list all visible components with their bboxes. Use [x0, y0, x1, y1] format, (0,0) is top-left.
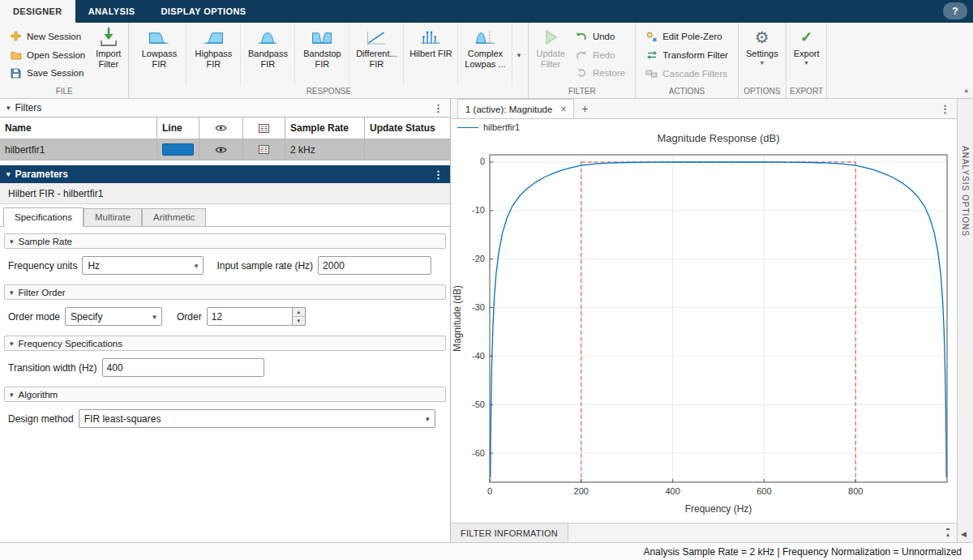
response-label-line1: Bandstop	[303, 49, 341, 58]
parameters-tab-bar: Specifications Multirate Arithmetic	[0, 204, 450, 227]
order-mode-dropdown[interactable]: Specify ▾	[65, 307, 162, 326]
cascade-blocks-icon	[645, 69, 658, 79]
response-label-line2: FIR	[315, 59, 330, 69]
parameters-panel-header[interactable]: ▾ Parameters ⋮	[0, 165, 450, 183]
svg-text:400: 400	[665, 486, 679, 496]
analysis-plot-panel: 1 (active): Magnitude × + ⋮ 020040060080…	[451, 99, 957, 542]
tab-analysis[interactable]: ANALYSIS	[75, 0, 148, 23]
column-header-visibility[interactable]	[199, 118, 243, 139]
new-session-button[interactable]: New Session	[6, 30, 88, 42]
response-bandpass-fir-button[interactable]: BandpassFIR	[241, 24, 295, 86]
spinner-up-icon[interactable]: ▴	[293, 308, 305, 317]
options-section-label: OPTIONS	[739, 86, 786, 98]
cascade-filters-button[interactable]: Cascade Filters	[642, 68, 731, 79]
design-method-dropdown[interactable]: FIR least-squares ▾	[79, 409, 435, 428]
svg-text:Frequency (Hz): Frequency (Hz)	[685, 503, 752, 515]
import-filter-button[interactable]: ImportFilter	[92, 24, 125, 86]
update-filter-label-line2: Filter	[541, 59, 560, 69]
response-hilbert-fir-button[interactable]: Hilbert FIR	[404, 24, 458, 86]
filter-name-cell[interactable]: hilbertfir1	[0, 139, 157, 160]
open-session-button[interactable]: Open Session	[6, 49, 88, 61]
filter-visibility-cell[interactable]	[199, 139, 243, 160]
filters-menu-icon[interactable]: ⋮	[433, 102, 444, 114]
expand-filter-information-icon[interactable]: ▴	[946, 528, 949, 538]
undo-button[interactable]: Undo	[572, 31, 628, 42]
response-label-line2: FIR	[370, 59, 384, 69]
new-plot-tab-button[interactable]: +	[574, 99, 595, 118]
line-color-swatch[interactable]	[162, 143, 194, 156]
svg-text:0: 0	[480, 156, 485, 166]
svg-text:-20: -20	[472, 254, 485, 263]
help-button[interactable]: ?	[943, 2, 967, 19]
response-lowpass-fir-button[interactable]: LowpassFIR	[132, 24, 186, 86]
eye-icon[interactable]	[215, 146, 227, 154]
redo-button[interactable]: Redo	[572, 49, 628, 61]
analysis-options-strip[interactable]: ANALYSIS OPTIONS ◀	[957, 99, 973, 542]
parameters-collapse-icon[interactable]: ▾	[6, 170, 11, 178]
redo-icon	[576, 50, 588, 60]
settings-dropdown-arrow-icon: ▾	[761, 59, 764, 67]
complex-lowpass-response-icon	[473, 26, 497, 49]
response-complex-lowpass-button[interactable]: ComplexLowpas ...	[458, 24, 512, 86]
filter-information-bar: FILTER INFORMATION ▴	[451, 523, 957, 542]
edit-pole-zero-button[interactable]: Edit Pole-Zero	[642, 31, 731, 43]
column-header-name[interactable]: Name	[0, 118, 157, 139]
filter-update-status-cell[interactable]	[365, 139, 450, 160]
close-tab-icon[interactable]: ×	[560, 104, 566, 115]
filters-panel-header: ▾ Filters ⋮	[0, 99, 450, 117]
legend-label: hilbertfir1	[483, 122, 520, 132]
sample-rate-section-header[interactable]: ▾ Sample Rate	[4, 233, 446, 249]
response-gallery-expand-button[interactable]: ▾	[512, 24, 525, 86]
column-header-update-status[interactable]: Update Status	[365, 118, 450, 139]
tab-magnitude-plot[interactable]: 1 (active): Magnitude ×	[457, 99, 574, 118]
filter-information-toggle[interactable]: FILTER INFORMATION	[451, 524, 568, 542]
collapse-toolstrip-icon[interactable]: ▴	[964, 86, 968, 94]
spinner-down-icon[interactable]: ▾	[293, 317, 305, 325]
plot-tab-label: 1 (active): Magnitude	[465, 105, 552, 114]
transition-width-field[interactable]	[102, 358, 264, 377]
dock-left-icon[interactable]: ◀	[961, 530, 967, 538]
filter-line-cell[interactable]	[157, 139, 199, 160]
response-label-line2: FIR	[207, 59, 221, 69]
algorithm-section-header[interactable]: ▾ Algorithm	[4, 387, 446, 402]
legend-list-icon[interactable]	[259, 145, 269, 154]
parameters-menu-icon[interactable]: ⋮	[433, 169, 444, 181]
filter-order-section-header[interactable]: ▾ Filter Order	[4, 284, 446, 300]
response-differentiator-fir-button[interactable]: Different...FIR	[349, 24, 404, 86]
frequency-units-dropdown[interactable]: Hz ▾	[82, 256, 204, 275]
column-header-line[interactable]: Line	[157, 118, 199, 139]
tab-specifications[interactable]: Specifications	[3, 207, 84, 227]
sample-rate-form-row: Frequency units Hz ▾ Input sample rate (…	[0, 249, 450, 278]
tab-designer[interactable]: DESIGNER	[0, 0, 75, 23]
export-dropdown-arrow-icon: ▾	[805, 59, 808, 67]
plot-tab-bar: 1 (active): Magnitude × + ⋮	[451, 99, 957, 119]
filter-legend-cell[interactable]	[243, 139, 285, 160]
response-label-line1: Highpass	[195, 49, 233, 58]
response-highpass-fir-button[interactable]: HighpassFIR	[186, 24, 241, 86]
bandstop-response-icon	[310, 26, 334, 49]
parameters-subtitle: Hilbert FIR - hilbertfir1	[0, 183, 450, 204]
update-filter-button[interactable]: UpdateFilter	[532, 24, 568, 86]
order-field[interactable]	[207, 307, 293, 326]
input-sample-rate-field[interactable]	[318, 256, 431, 275]
response-bandstop-fir-button[interactable]: BandstopFIR	[295, 24, 349, 86]
export-button[interactable]: ✓ Export ▾	[790, 24, 824, 86]
algorithm-section-title: Algorithm	[19, 390, 58, 400]
filter-table-row[interactable]: hilbertfir1 2 kHz	[0, 139, 450, 160]
column-header-sample-rate[interactable]: Sample Rate	[285, 118, 365, 139]
chart-legend[interactable]: hilbertfir1	[457, 122, 520, 132]
settings-button[interactable]: ⚙ Settings ▾	[742, 24, 782, 86]
transform-filter-label: Transform Filter	[662, 50, 728, 60]
transform-filter-button[interactable]: Transform Filter	[642, 49, 731, 61]
tab-multirate[interactable]: Multirate	[84, 208, 142, 226]
tab-arithmetic[interactable]: Arithmetic	[142, 208, 206, 226]
filters-collapse-icon[interactable]: ▾	[6, 104, 11, 112]
restore-button[interactable]: Restore	[572, 67, 628, 79]
column-header-legend[interactable]	[243, 118, 285, 139]
save-session-button[interactable]: Save Session	[6, 67, 88, 79]
tab-display-options[interactable]: DISPLAY OPTIONS	[148, 0, 259, 23]
frequency-specifications-section-header[interactable]: ▾ Frequency Specifications	[4, 336, 446, 351]
plot-menu-icon[interactable]: ⋮	[940, 103, 950, 115]
filter-sample-rate-cell[interactable]: 2 kHz	[285, 139, 365, 160]
export-section-label: EXPORT	[787, 86, 827, 98]
